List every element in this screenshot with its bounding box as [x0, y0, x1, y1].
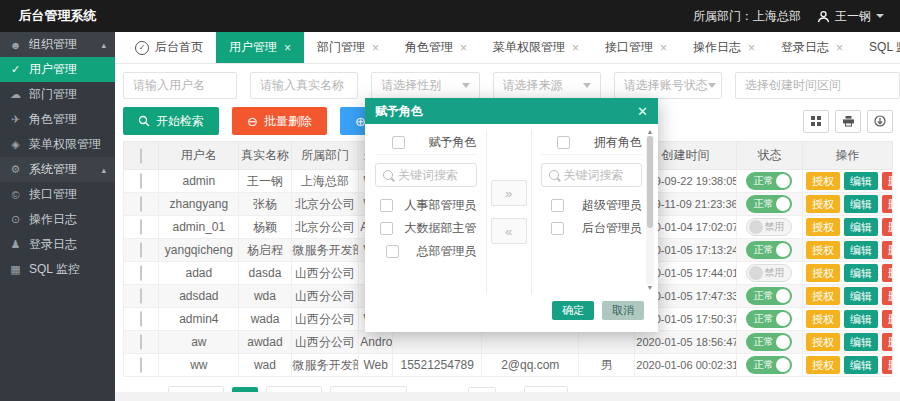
- tab-i2[interactable]: 部门管理×: [304, 32, 392, 63]
- role-list-item[interactable]: 超级管理员: [541, 194, 643, 217]
- close-tab-icon[interactable]: ×: [372, 41, 379, 55]
- status-toggle[interactable]: 正常: [746, 356, 792, 374]
- filter-select-4[interactable]: 请选择账号状态: [614, 72, 722, 99]
- sidebar-item-active[interactable]: ✓用户管理: [0, 57, 115, 82]
- filter-columns-button[interactable]: [803, 110, 829, 133]
- auth-button[interactable]: 授权: [806, 195, 840, 213]
- filter-input-1[interactable]: 请输入真实名称: [250, 72, 358, 99]
- status-toggle[interactable]: 正常: [746, 310, 792, 328]
- close-tab-icon[interactable]: ×: [460, 41, 467, 55]
- move-right-button[interactable]: »: [491, 180, 527, 206]
- assign-role-search-input[interactable]: 关键词搜索: [375, 163, 477, 187]
- role-list-item[interactable]: 大数据部主管: [375, 217, 477, 240]
- print-button[interactable]: [835, 110, 861, 133]
- row-checkbox[interactable]: [140, 357, 142, 373]
- confirm-button[interactable]: 确定: [552, 301, 594, 320]
- modal-scrollbar[interactable]: ▲ ▼: [645, 128, 655, 292]
- row-checkbox[interactable]: [140, 196, 142, 212]
- filter-date-5[interactable]: 选择创建时间区间: [735, 72, 900, 99]
- role-checkbox[interactable]: [380, 222, 393, 235]
- edit-button[interactable]: 编辑: [844, 218, 878, 236]
- tab-i6[interactable]: 操作日志×: [680, 32, 768, 63]
- scrollbar-thumb[interactable]: [647, 136, 653, 228]
- row-checkbox[interactable]: [140, 219, 142, 235]
- status-toggle[interactable]: 正常: [746, 241, 792, 259]
- edit-button[interactable]: 编辑: [844, 310, 878, 328]
- auth-button[interactable]: 授权: [806, 310, 840, 328]
- close-tab-icon[interactable]: ×: [660, 41, 667, 55]
- close-tab-icon[interactable]: ×: [748, 41, 755, 55]
- filter-select-2[interactable]: 请选择性别: [371, 72, 479, 99]
- search-button[interactable]: 开始检索: [123, 107, 219, 135]
- edit-button[interactable]: 编辑: [844, 195, 878, 213]
- user-menu[interactable]: 王一钢: [817, 8, 884, 25]
- tab-i0[interactable]: ✓后台首页: [122, 32, 216, 63]
- status-toggle[interactable]: 正常: [746, 287, 792, 305]
- role-checkbox[interactable]: [551, 199, 564, 212]
- tab-active[interactable]: 用户管理×: [216, 32, 304, 63]
- role-checkbox[interactable]: [380, 199, 393, 212]
- sidebar-item-i3[interactable]: ✈角色管理: [0, 107, 115, 132]
- auth-button[interactable]: 授权: [806, 241, 840, 259]
- export-button[interactable]: [867, 110, 893, 133]
- select-all-checkbox[interactable]: [557, 136, 570, 149]
- sidebar-item-i4[interactable]: ◈菜单权限管理: [0, 132, 115, 157]
- edit-button[interactable]: 编辑: [844, 172, 878, 190]
- tab-i7[interactable]: 登录日志×: [768, 32, 856, 63]
- filter-input-0[interactable]: 请输入用户名: [123, 72, 237, 99]
- sidebar-item-i6[interactable]: ©接口管理: [0, 182, 115, 207]
- auth-button[interactable]: 授权: [806, 264, 840, 282]
- owned-role-search-input[interactable]: 关键词搜索: [541, 163, 643, 187]
- auth-button[interactable]: 授权: [806, 287, 840, 305]
- status-toggle[interactable]: 正常: [746, 172, 792, 190]
- batch-delete-button[interactable]: ⊖ 批量删除: [232, 107, 327, 135]
- row-checkbox[interactable]: [140, 288, 142, 304]
- close-tab-icon[interactable]: ×: [572, 41, 579, 55]
- role-checkbox[interactable]: [551, 222, 564, 235]
- edit-button[interactable]: 编辑: [844, 264, 878, 282]
- sidebar-item-i7[interactable]: ⊙操作日志: [0, 207, 115, 232]
- close-tab-icon[interactable]: ×: [836, 41, 843, 55]
- del-button[interactable]: 删除: [882, 218, 893, 236]
- row-checkbox[interactable]: [140, 311, 142, 327]
- scroll-down-icon[interactable]: ▼: [647, 284, 654, 292]
- row-checkbox[interactable]: [140, 334, 142, 350]
- del-button[interactable]: 删除: [882, 172, 893, 190]
- row-checkbox[interactable]: [140, 242, 142, 258]
- row-checkbox[interactable]: [140, 265, 142, 281]
- edit-button[interactable]: 编辑: [844, 287, 878, 305]
- del-button[interactable]: 删除: [882, 195, 893, 213]
- filter-select-3[interactable]: 请选择来源: [493, 72, 601, 99]
- role-list-item[interactable]: 人事部管理员: [375, 194, 477, 217]
- scroll-up-icon[interactable]: ▲: [647, 128, 654, 136]
- del-button[interactable]: 删除: [882, 264, 893, 282]
- del-button[interactable]: 删除: [882, 287, 893, 305]
- sidebar-item-i8[interactable]: ♟登录日志: [0, 232, 115, 257]
- tab-i8[interactable]: SQL 监控×: [856, 32, 900, 63]
- sidebar-item-i5[interactable]: ⚙系统管理▴: [0, 157, 115, 182]
- sidebar-item-i9[interactable]: ▦SQL 监控: [0, 257, 115, 282]
- tab-i3[interactable]: 角色管理×: [392, 32, 480, 63]
- auth-button[interactable]: 授权: [806, 172, 840, 190]
- auth-button[interactable]: 授权: [806, 356, 840, 374]
- del-button[interactable]: 删除: [882, 333, 893, 351]
- cancel-button[interactable]: 取消: [602, 301, 644, 320]
- role-checkbox[interactable]: [386, 245, 399, 258]
- row-checkbox[interactable]: [140, 173, 142, 189]
- del-button[interactable]: 删除: [882, 241, 893, 259]
- edit-button[interactable]: 编辑: [844, 333, 878, 351]
- del-button[interactable]: 删除: [882, 356, 893, 374]
- edit-button[interactable]: 编辑: [844, 241, 878, 259]
- tab-i5[interactable]: 接口管理×: [592, 32, 680, 63]
- edit-button[interactable]: 编辑: [844, 356, 878, 374]
- auth-button[interactable]: 授权: [806, 218, 840, 236]
- status-toggle[interactable]: 禁用: [746, 264, 792, 282]
- status-toggle[interactable]: 正常: [746, 333, 792, 351]
- sidebar-item-i0[interactable]: ☻组织管理▴: [0, 32, 115, 57]
- role-list-item[interactable]: 后台管理员: [541, 217, 643, 240]
- role-list-item[interactable]: 总部管理员: [375, 240, 477, 263]
- status-toggle[interactable]: 禁用: [746, 218, 792, 236]
- del-button[interactable]: 删除: [882, 310, 893, 328]
- move-left-button[interactable]: «: [491, 218, 527, 244]
- select-all-checkbox[interactable]: [392, 136, 405, 149]
